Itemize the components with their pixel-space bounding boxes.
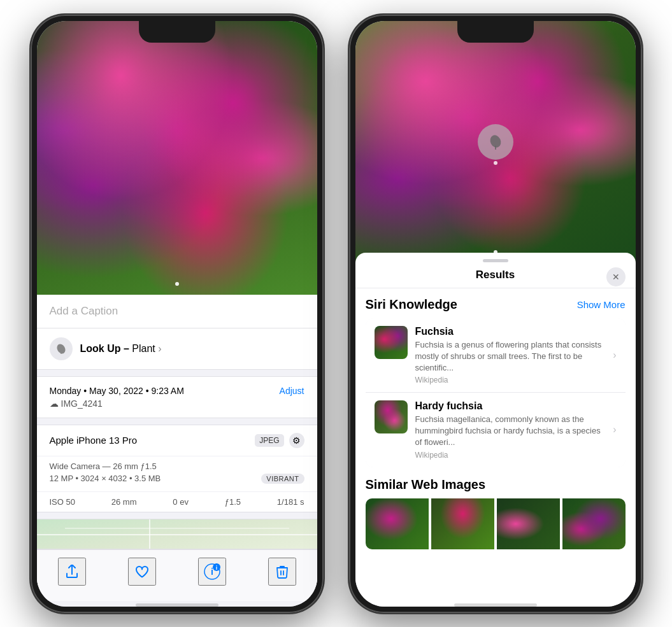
flower-photo (37, 21, 317, 295)
fuchsia-name: Fuchsia (415, 326, 606, 337)
caption-placeholder: Add a Caption (50, 305, 118, 317)
meta-filename: ☁ IMG_4241 (50, 398, 304, 409)
hardy-thumbnail (375, 400, 408, 433)
siri-knowledge-header: Siri Knowledge Show More (366, 297, 626, 312)
map-preview[interactable] (37, 519, 317, 549)
results-sheet: Results ✕ Siri Knowledge Show More (355, 253, 636, 607)
similar-img-2[interactable] (431, 498, 494, 549)
format-badge: JPEG (255, 434, 283, 447)
siri-knowledge-title: Siri Knowledge (366, 297, 457, 312)
knowledge-item-hardy[interactable]: Hardy fuchsia Fuchsia magellanica, commo… (366, 392, 626, 467)
show-more-button[interactable]: Show More (577, 299, 626, 310)
device-section: Apple iPhone 13 Pro JPEG ⚙ Wide Camera —… (37, 425, 317, 512)
right-screen: Results ✕ Siri Knowledge Show More (355, 21, 636, 607)
left-screen: Add a Caption Look Up – Plant › (37, 21, 317, 607)
share-button[interactable] (58, 558, 86, 586)
camera-type: Wide Camera — 26 mm ƒ1.5 (50, 461, 304, 471)
meta-date: Monday • May 30, 2022 • 9:23 AM (50, 386, 184, 396)
cloud-icon: ☁ (50, 398, 59, 409)
home-indicator-r (454, 603, 537, 607)
fuchsia-source: Wikipedia (415, 376, 606, 384)
ev: 0 ev (173, 497, 189, 507)
right-phone: Results ✕ Siri Knowledge Show More (349, 15, 642, 613)
photo-indicator (175, 282, 179, 286)
fuchsia-thumbnail (375, 326, 408, 359)
meta-section: Monday • May 30, 2022 • 9:23 AM Adjust ☁… (37, 376, 317, 418)
focal-length: 26 mm (111, 497, 137, 507)
results-header: Results ✕ (355, 266, 636, 288)
toolbar: i i (37, 549, 317, 601)
svg-text:i: i (215, 565, 217, 571)
similar-section: Similar Web Images (366, 477, 626, 549)
similar-title: Similar Web Images (366, 477, 626, 492)
device-badges: JPEG ⚙ (255, 433, 304, 448)
device-name: Apple iPhone 13 Pro (50, 435, 138, 446)
info-area: Add a Caption Look Up – Plant › (37, 295, 317, 607)
settings-icon[interactable]: ⚙ (289, 433, 304, 448)
fuchsia-chevron: › (613, 349, 616, 361)
look-up-icon (50, 337, 73, 360)
similar-images (366, 498, 626, 549)
hardy-chevron: › (613, 424, 616, 435)
favorite-button[interactable] (128, 558, 156, 586)
camera-specs-row: 12 MP • 3024 × 4032 • 3.5 MB VIBRANT (50, 474, 304, 484)
visual-lookup-button[interactable] (478, 124, 513, 160)
fuchsia-info: Fuchsia Fuchsia is a genus of flowering … (415, 326, 606, 385)
vibrant-badge: VIBRANT (261, 474, 304, 484)
shutter-speed: 1/181 s (277, 497, 304, 507)
look-up-label: Look Up – Plant › (80, 343, 162, 355)
results-content: Siri Knowledge Show More Fuchsia Fuchsia… (355, 288, 636, 601)
vl-dot (494, 161, 497, 165)
phones-container: Add a Caption Look Up – Plant › (18, 2, 655, 626)
right-photo-area (355, 21, 636, 263)
hardy-source: Wikipedia (415, 451, 606, 460)
look-up-row[interactable]: Look Up – Plant › (37, 328, 317, 370)
meta-date-row: Monday • May 30, 2022 • 9:23 AM Adjust (50, 386, 304, 396)
delete-button[interactable] (268, 558, 296, 586)
filename: IMG_4241 (61, 398, 103, 409)
hardy-info: Hardy fuchsia Fuchsia magellanica, commo… (415, 400, 606, 460)
fuchsia-thumb-img (375, 326, 408, 359)
hardy-name: Hardy fuchsia (415, 400, 606, 412)
notch-r (457, 21, 534, 43)
fuchsia-desc: Fuchsia is a genus of flowering plants t… (415, 339, 606, 374)
camera-specs: 12 MP • 3024 × 4032 • 3.5 MB (50, 474, 161, 483)
photo-area[interactable] (37, 21, 317, 295)
camera-details: Wide Camera — 26 mm ƒ1.5 12 MP • 3024 × … (37, 456, 317, 491)
sheet-handle (483, 259, 508, 262)
device-row: Apple iPhone 13 Pro JPEG ⚙ (37, 425, 317, 456)
close-button[interactable]: ✕ (606, 267, 626, 286)
left-phone: Add a Caption Look Up – Plant › (31, 15, 324, 613)
info-button[interactable]: i i (198, 558, 226, 586)
iso: ISO 50 (50, 497, 75, 507)
results-title: Results (476, 269, 515, 281)
leaf-visual-icon (487, 133, 504, 151)
exif-row: ISO 50 26 mm 0 ev ƒ1.5 1/181 s (37, 491, 317, 512)
knowledge-item-fuchsia[interactable]: Fuchsia Fuchsia is a genus of flowering … (366, 318, 626, 393)
adjust-button[interactable]: Adjust (280, 386, 304, 396)
aperture: ƒ1.5 (225, 497, 241, 507)
hardy-desc: Fuchsia magellanica, commonly known as t… (415, 414, 606, 449)
dot-1 (175, 282, 179, 286)
leaf-icon (55, 342, 68, 355)
similar-img-3[interactable] (497, 498, 560, 549)
knowledge-card: Fuchsia Fuchsia is a genus of flowering … (366, 318, 626, 467)
home-indicator (136, 603, 218, 607)
similar-img-4[interactable] (562, 498, 626, 549)
notch (139, 21, 215, 43)
similar-img-1[interactable] (366, 498, 429, 549)
hardy-thumb-img (375, 400, 408, 433)
caption-field[interactable]: Add a Caption (37, 295, 317, 328)
